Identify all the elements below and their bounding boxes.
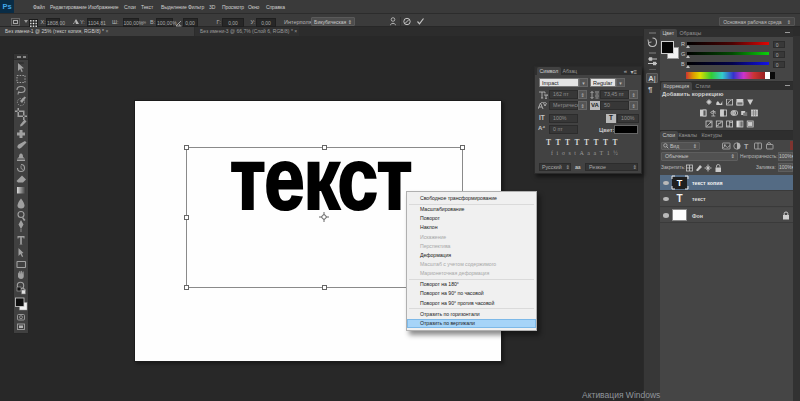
svg-text:T: T <box>744 142 749 149</box>
